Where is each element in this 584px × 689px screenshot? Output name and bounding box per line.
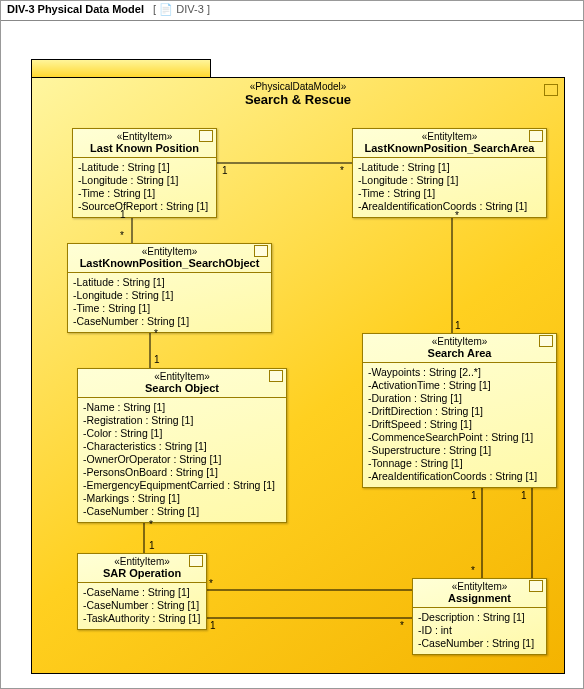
multiplicity: 1 bbox=[521, 490, 527, 501]
multiplicity: 1 bbox=[154, 354, 160, 365]
attr: -OwnerOrOperator : String [1] bbox=[83, 453, 281, 466]
diagram-title: DIV-3 Physical Data Model bbox=[7, 3, 144, 15]
attr: -Color : String [1] bbox=[83, 427, 281, 440]
entity-name: Last Known Position bbox=[77, 142, 212, 154]
attr: -Waypoints : String [2..*] bbox=[368, 366, 551, 379]
entity-search-object[interactable]: «EntityItem» Search Object -Name : Strin… bbox=[77, 368, 287, 523]
entity-stereotype: «EntityItem» bbox=[82, 556, 202, 567]
attr: -Latitude : String [1] bbox=[73, 276, 266, 289]
entity-search-area[interactable]: «EntityItem» Search Area -Waypoints : St… bbox=[362, 333, 557, 488]
attr: -CaseNumber : String [1] bbox=[73, 315, 266, 328]
stereotype-label: DIV-3 bbox=[176, 3, 204, 15]
attr: -EmergencyEquipmentCarried : String [1] bbox=[83, 479, 281, 492]
attr: -Duration : String [1] bbox=[368, 392, 551, 405]
attr: -DriftDirection : String [1] bbox=[368, 405, 551, 418]
attr: -CaseNumber : String [1] bbox=[83, 599, 201, 612]
attr: -AreaIdentificationCoords : String [1] bbox=[368, 470, 551, 483]
class-icon bbox=[191, 557, 203, 567]
entity-stereotype: «EntityItem» bbox=[357, 131, 542, 142]
attr: -Name : String [1] bbox=[83, 401, 281, 414]
bracket: [ bbox=[153, 3, 156, 15]
multiplicity: * bbox=[455, 210, 459, 221]
class-icon bbox=[201, 132, 213, 142]
class-icon bbox=[531, 582, 543, 592]
entity-attributes: -Waypoints : String [2..*] -ActivationTi… bbox=[363, 363, 556, 487]
diagram-tab-header: DIV-3 Physical Data Model [ 📄 DIV-3 ] bbox=[1, 1, 583, 21]
package-name: Search & Rescue bbox=[32, 92, 564, 111]
attr: -Markings : String [1] bbox=[83, 492, 281, 505]
attr: -Longitude : String [1] bbox=[73, 289, 266, 302]
attr: -Registration : String [1] bbox=[83, 414, 281, 427]
entity-stereotype: «EntityItem» bbox=[417, 581, 542, 592]
entity-name: Search Object bbox=[82, 382, 282, 394]
class-icon bbox=[531, 132, 543, 142]
multiplicity: 1 bbox=[210, 620, 216, 631]
entity-attributes: -Name : String [1] -Registration : Strin… bbox=[78, 398, 286, 522]
entity-attributes: -Description : String [1] -ID : int -Cas… bbox=[413, 608, 546, 654]
multiplicity: 1 bbox=[120, 209, 126, 220]
entity-name: Assignment bbox=[417, 592, 542, 604]
multiplicity: 1 bbox=[149, 540, 155, 551]
entity-stereotype: «EntityItem» bbox=[72, 246, 267, 257]
attr: -Superstructure : String [1] bbox=[368, 444, 551, 457]
entity-attributes: -Latitude : String [1] -Longitude : Stri… bbox=[68, 273, 271, 332]
package-stereotype: «PhysicalDataModel» bbox=[32, 78, 564, 92]
class-icon bbox=[271, 372, 283, 382]
entity-stereotype: «EntityItem» bbox=[82, 371, 282, 382]
entity-name: LastKnownPosition_SearchArea bbox=[357, 142, 542, 154]
entity-attributes: -CaseName : String [1] -CaseNumber : Str… bbox=[78, 583, 206, 629]
attr: -CaseNumber : String [1] bbox=[83, 505, 281, 518]
attr: -CaseNumber : String [1] bbox=[418, 637, 541, 650]
attr: -Longitude : String [1] bbox=[78, 174, 211, 187]
attr: -Time : String [1] bbox=[73, 302, 266, 315]
entity-stereotype: «EntityItem» bbox=[367, 336, 552, 347]
class-icon bbox=[256, 247, 268, 257]
attr: -Time : String [1] bbox=[78, 187, 211, 200]
entity-attributes: -Latitude : String [1] -Longitude : Stri… bbox=[353, 158, 546, 217]
attr: -ID : int bbox=[418, 624, 541, 637]
stereotype-icon: 📄 bbox=[159, 3, 173, 15]
attr: -CommenceSearchPoint : String [1] bbox=[368, 431, 551, 444]
multiplicity: * bbox=[471, 565, 475, 576]
attr: -DriftSpeed : String [1] bbox=[368, 418, 551, 431]
multiplicity: * bbox=[154, 328, 158, 339]
package-body: «PhysicalDataModel» Search & Rescue bbox=[31, 77, 565, 674]
entity-lkp-searchobject[interactable]: «EntityItem» LastKnownPosition_SearchObj… bbox=[67, 243, 272, 333]
entity-name: LastKnownPosition_SearchObject bbox=[72, 257, 267, 269]
multiplicity: * bbox=[340, 165, 344, 176]
attr: -TaskAuthority : String [1] bbox=[83, 612, 201, 625]
multiplicity: * bbox=[400, 620, 404, 631]
attr: -AreaIdentificationCoords : String [1] bbox=[358, 200, 541, 213]
attr: -Tonnage : String [1] bbox=[368, 457, 551, 470]
multiplicity: 1 bbox=[222, 165, 228, 176]
attr: -CaseName : String [1] bbox=[83, 586, 201, 599]
attr: -Longitude : String [1] bbox=[358, 174, 541, 187]
attr: -SourceOfReport : String [1] bbox=[78, 200, 211, 213]
entity-last-known-position[interactable]: «EntityItem» Last Known Position -Latitu… bbox=[72, 128, 217, 218]
entity-sar-operation[interactable]: «EntityItem» SAR Operation -CaseName : S… bbox=[77, 553, 207, 630]
package-search-rescue: «PhysicalDataModel» Search & Rescue bbox=[31, 59, 565, 674]
entity-name: SAR Operation bbox=[82, 567, 202, 579]
multiplicity: * bbox=[209, 578, 213, 589]
attr: -Latitude : String [1] bbox=[78, 161, 211, 174]
entity-assignment[interactable]: «EntityItem» Assignment -Description : S… bbox=[412, 578, 547, 655]
attr: -PersonsOnBoard : String [1] bbox=[83, 466, 281, 479]
attr: -ActivationTime : String [1] bbox=[368, 379, 551, 392]
multiplicity: * bbox=[149, 519, 153, 530]
entity-attributes: -Latitude : String [1] -Longitude : Stri… bbox=[73, 158, 216, 217]
multiplicity: 1 bbox=[471, 490, 477, 501]
package-tab bbox=[31, 59, 211, 77]
entity-name: Search Area bbox=[367, 347, 552, 359]
class-icon bbox=[541, 337, 553, 347]
attr: -Latitude : String [1] bbox=[358, 161, 541, 174]
package-icon bbox=[544, 84, 558, 96]
bracket: ] bbox=[207, 3, 210, 15]
attr: -Description : String [1] bbox=[418, 611, 541, 624]
entity-lkp-searcharea[interactable]: «EntityItem» LastKnownPosition_SearchAre… bbox=[352, 128, 547, 218]
attr: -Time : String [1] bbox=[358, 187, 541, 200]
multiplicity: 1 bbox=[455, 320, 461, 331]
multiplicity: * bbox=[120, 230, 124, 241]
attr: -Characteristics : String [1] bbox=[83, 440, 281, 453]
entity-stereotype: «EntityItem» bbox=[77, 131, 212, 142]
